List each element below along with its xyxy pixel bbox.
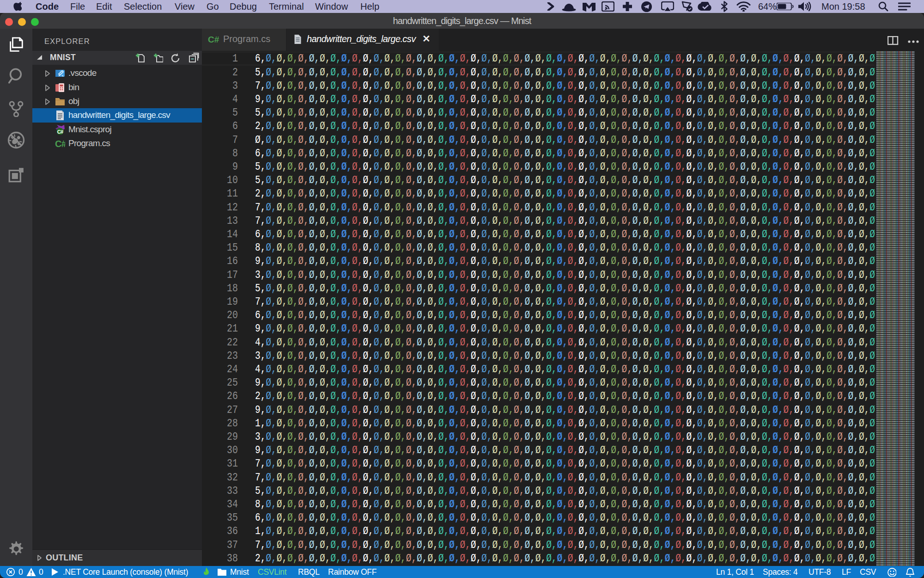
svg-text:C#: C#	[55, 139, 65, 148]
svg-text:C#: C#	[57, 129, 63, 135]
svg-text:C#: C#	[208, 35, 219, 44]
